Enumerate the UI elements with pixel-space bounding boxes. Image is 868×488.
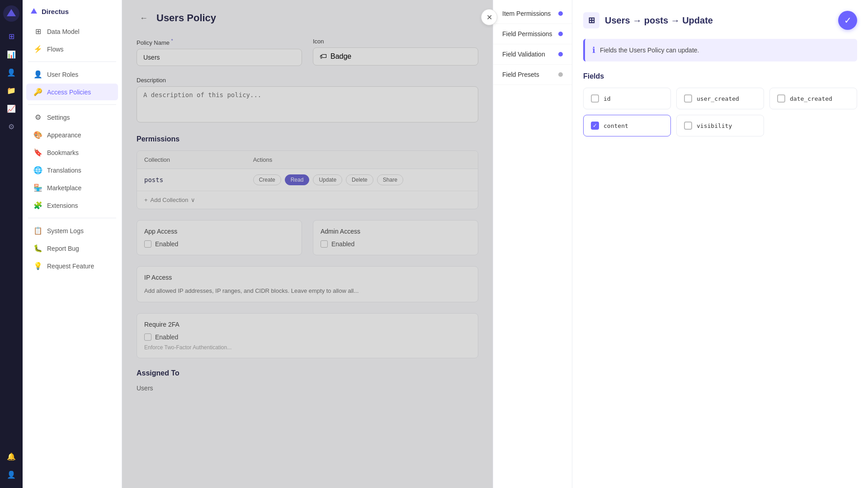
- icon-bar: ⊞ 📊 👤 📁 📈 ⚙ 🔔 👤: [0, 0, 23, 488]
- assigned-to-title: Assigned To: [137, 369, 478, 377]
- field-card-id[interactable]: id: [583, 88, 671, 109]
- item-permissions-nav: Item Permissions Field Permissions Field…: [493, 0, 572, 488]
- marketplace-icon: 🏪: [33, 183, 42, 192]
- detail-title-text: Users → posts → Update: [605, 15, 713, 26]
- detail-title-group: ⊞ Users → posts → Update: [583, 12, 713, 28]
- icon-group: Icon 🏷 Badge: [313, 38, 478, 66]
- admin-access-group: Admin Access Enabled: [313, 220, 478, 255]
- data-model-icon: ⊞: [33, 27, 42, 36]
- action-delete[interactable]: Delete: [346, 174, 373, 185]
- sidebar-item-label: Report Bug: [47, 245, 79, 252]
- field-checkbox-content[interactable]: ✓: [591, 122, 599, 130]
- sidebar-item-flows[interactable]: ⚡ Flows: [26, 41, 118, 57]
- fields-title: Fields: [583, 72, 857, 80]
- field-name-visibility: visibility: [697, 122, 732, 129]
- app-logo[interactable]: [3, 5, 19, 22]
- icon-bar-files[interactable]: 📁: [3, 82, 19, 99]
- admin-access-title: Admin Access: [321, 228, 471, 235]
- sidebar-item-label: System Logs: [47, 227, 84, 235]
- icon-bar-settings[interactable]: ⚙: [3, 118, 19, 135]
- sidebar-item-label: User Roles: [47, 71, 78, 78]
- require-2fa-checkbox[interactable]: [144, 333, 151, 341]
- field-checkbox-date-created[interactable]: [777, 94, 785, 103]
- icon-bar-insights[interactable]: 📈: [3, 100, 19, 117]
- sidebar-item-appearance[interactable]: 🎨 Appearance: [26, 127, 118, 143]
- fields-grid: id user_created date_created ✓ content v…: [583, 88, 857, 136]
- action-create[interactable]: Create: [253, 174, 281, 185]
- action-read[interactable]: Read: [285, 174, 310, 185]
- field-checkbox-id[interactable]: [591, 94, 599, 103]
- sidebar-brand-name: Directus: [42, 8, 69, 15]
- save-button[interactable]: ✓: [838, 11, 857, 30]
- perm-nav-item-permissions[interactable]: Item Permissions: [493, 4, 572, 24]
- icon-bar-users[interactable]: 👤: [3, 64, 19, 80]
- sidebar-item-settings[interactable]: ⚙ Settings: [26, 109, 118, 126]
- perm-nav-field-presets[interactable]: Field Presets: [493, 65, 572, 85]
- icon-bar-content[interactable]: ⊞: [3, 28, 19, 44]
- icon-value: Badge: [330, 52, 351, 61]
- perm-nav-field-validation[interactable]: Field Validation: [493, 44, 572, 65]
- require-2fa-checkbox-row: Enabled: [144, 333, 471, 341]
- policy-title: Users Policy: [156, 12, 216, 24]
- detail-header: ⊞ Users → posts → Update ✓: [583, 11, 857, 30]
- policy-header: ← Users Policy: [137, 11, 478, 25]
- field-checkbox-user-created[interactable]: [684, 94, 692, 103]
- action-update[interactable]: Update: [313, 174, 342, 185]
- sidebar-item-label: Flows: [47, 46, 64, 53]
- field-checkbox-visibility[interactable]: [684, 122, 692, 130]
- sidebar-item-system-logs[interactable]: 📋 System Logs: [26, 222, 118, 239]
- close-icon: ✕: [486, 13, 492, 22]
- sidebar-divider-1: [28, 61, 116, 62]
- field-card-user-created[interactable]: user_created: [676, 88, 764, 109]
- ip-access-title: IP Access: [144, 274, 471, 281]
- field-name-id: id: [604, 95, 611, 102]
- ip-access-input[interactable]: [144, 287, 471, 294]
- field-name-user-created: user_created: [697, 95, 739, 102]
- admin-access-checkbox-row: Enabled: [321, 240, 471, 248]
- assigned-to-value: Users: [137, 385, 478, 392]
- back-button[interactable]: ←: [137, 11, 151, 25]
- add-collection-row[interactable]: + Add Collection ∨: [137, 191, 478, 209]
- add-icon: +: [144, 197, 148, 203]
- sidebar-item-extensions[interactable]: 🧩 Extensions: [26, 197, 118, 214]
- back-icon: ←: [140, 14, 148, 23]
- close-button[interactable]: ✕: [481, 9, 497, 25]
- sidebar-item-data-model[interactable]: ⊞ Data Model: [26, 23, 118, 40]
- icon-bar-notifications[interactable]: 🔔: [3, 448, 19, 465]
- action-share[interactable]: Share: [377, 174, 403, 185]
- field-card-date-created[interactable]: date_created: [769, 88, 857, 109]
- permissions-row-posts: posts Create Read Update Delete Share: [137, 169, 478, 191]
- app-access-checkbox-row: Enabled: [144, 240, 294, 248]
- sidebar-item-marketplace[interactable]: 🏪 Marketplace: [26, 179, 118, 196]
- description-input[interactable]: [137, 86, 478, 122]
- perm-dot-field: [558, 32, 563, 36]
- sidebar-item-translations[interactable]: 🌐 Translations: [26, 162, 118, 178]
- policy-name-input[interactable]: [137, 49, 302, 66]
- detail-panel: ⊞ Users → posts → Update ✓ ℹ Fields the …: [572, 0, 868, 488]
- app-access-group: App Access Enabled: [137, 220, 302, 255]
- bookmarks-icon: 🔖: [33, 148, 42, 157]
- sidebar-item-user-roles[interactable]: 👤 User Roles: [26, 66, 118, 83]
- dropdown-icon: ∨: [191, 197, 195, 203]
- admin-access-checkbox[interactable]: [321, 240, 328, 248]
- icon-bar-activity[interactable]: 📊: [3, 46, 19, 62]
- app-access-checkbox[interactable]: [144, 240, 151, 248]
- sidebar-item-report-bug[interactable]: 🐛 Report Bug: [26, 240, 118, 257]
- sidebar-item-bookmarks[interactable]: 🔖 Bookmarks: [26, 144, 118, 161]
- sidebar-item-request-feature[interactable]: 💡 Request Feature: [26, 258, 118, 274]
- sidebar-item-label: Translations: [47, 167, 81, 174]
- perm-nav-field-permissions[interactable]: Field Permissions: [493, 24, 572, 44]
- translations-icon: 🌐: [33, 166, 42, 174]
- app-access-enabled-label: Enabled: [155, 240, 178, 248]
- field-card-content[interactable]: ✓ content: [583, 115, 671, 136]
- description-label: Description: [137, 77, 478, 84]
- icon-field[interactable]: 🏷 Badge: [313, 47, 478, 66]
- icon-bar-profile[interactable]: 👤: [3, 466, 19, 483]
- extensions-icon: 🧩: [33, 201, 42, 210]
- sidebar-item-access-policies[interactable]: 🔑 Access Policies: [26, 84, 118, 100]
- field-card-visibility[interactable]: visibility: [676, 115, 764, 136]
- admin-access-enabled-label: Enabled: [331, 240, 354, 248]
- perm-dot-validation: [558, 52, 563, 56]
- badge-icon: 🏷: [320, 52, 327, 61]
- access-policies-icon: 🔑: [33, 88, 42, 96]
